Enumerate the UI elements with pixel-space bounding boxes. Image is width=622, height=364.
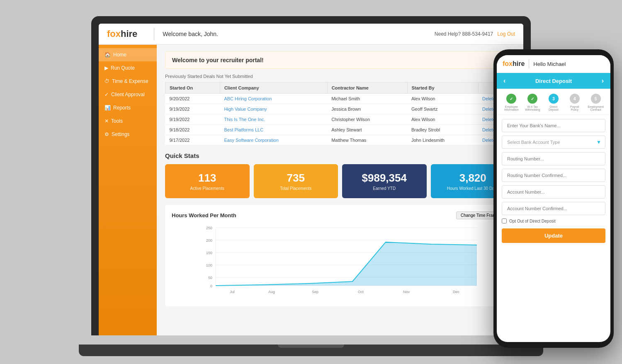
svg-text:Sep: Sep: [312, 290, 318, 294]
step-3: 3 Direct Deposit: [545, 94, 562, 111]
app-body: 🏠 Home ▶ Run Quote ⏱ Time & Expense ✓: [99, 45, 523, 335]
cell-date: 9/18/2022: [165, 125, 220, 135]
svg-text:Nov: Nov: [403, 290, 410, 294]
sidebar-item-client-approval[interactable]: ✓ Client Approval: [99, 88, 157, 101]
sidebar-item-settings[interactable]: ⚙ Settings: [99, 128, 157, 141]
svg-text:250: 250: [206, 226, 212, 230]
cell-started-by: John Lindesmith: [407, 135, 478, 146]
step-label-5: Employment Contract: [588, 105, 604, 111]
company-link[interactable]: Easy Software Corporation: [224, 138, 278, 143]
laptop-base: [79, 345, 543, 356]
step-1: ✓ Employee Information: [503, 94, 520, 111]
cell-company: Easy Software Corporation: [220, 135, 327, 146]
account-input[interactable]: [502, 185, 605, 199]
home-icon: 🏠: [104, 52, 111, 58]
step-label-4: Payroll Policy: [566, 105, 583, 111]
step-circle-3: 3: [549, 94, 559, 104]
opt-out-checkbox[interactable]: [502, 218, 507, 223]
phone-nav-prev[interactable]: ‹: [503, 77, 505, 85]
reports-icon: 📊: [104, 105, 111, 111]
laptop-device: foxhire Welcome back, John. Need Help? 8…: [91, 16, 531, 356]
company-link[interactable]: This Is The One Inc.: [224, 117, 265, 122]
sidebar-label-reports: Reports: [113, 105, 131, 111]
header-divider: [154, 28, 154, 40]
select-arrow-icon: ▼: [596, 139, 601, 145]
col-client-company: Client Company: [220, 83, 327, 94]
header-right: Need Help? 888-534-9417 Log Out: [435, 31, 515, 37]
cell-date: 9/17/2022: [165, 135, 220, 146]
company-link[interactable]: Best Platforms LLC: [224, 127, 263, 132]
company-link[interactable]: ABC Hiring Corporation: [224, 96, 272, 101]
deals-table: Started On Client Company Contractor Nam…: [165, 82, 515, 146]
step-label-1: Employee Information: [503, 105, 520, 111]
step-circle-2: ✓: [527, 94, 537, 104]
cell-started-by: Bradley Strobl: [407, 125, 478, 135]
svg-text:150: 150: [206, 251, 212, 255]
main-content: Welcome to your recruiter portal! Previo…: [157, 45, 523, 335]
account-type-wrapper: Select Bank Account Type Checking Saving…: [502, 136, 605, 149]
cell-started-by: Alex Wilson: [407, 114, 478, 125]
routing-input[interactable]: [502, 152, 605, 165]
sidebar-label-home: Home: [113, 52, 126, 58]
sidebar-item-run-quote[interactable]: ▶ Run Quote: [99, 61, 157, 75]
company-link[interactable]: High Value Company: [224, 107, 267, 112]
account-confirm-input[interactable]: [502, 202, 605, 215]
stat-card-total: 735 Total Placements: [254, 164, 338, 198]
app-header: foxhire Welcome back, John. Need Help? 8…: [99, 24, 523, 45]
stat-card-active: 113 Active Placements: [165, 164, 250, 198]
cell-contractor: Ashley Stewart: [327, 125, 407, 135]
chart-area: 250 200 150 100 50 0: [172, 223, 508, 300]
phone-logo-hire: hire: [513, 60, 525, 68]
step-circle-5: 5: [591, 94, 601, 104]
sidebar-item-tools[interactable]: ✕ Tools: [99, 114, 157, 128]
time-expense-icon: ⏱: [104, 78, 109, 84]
col-started-on: Started On: [165, 83, 220, 94]
client-approval-icon: ✓: [104, 92, 109, 97]
update-button[interactable]: Update: [502, 228, 605, 243]
laptop-screen: foxhire Welcome back, John. Need Help? 8…: [99, 24, 523, 335]
opt-out-row: Opt Out of Direct Deposit: [502, 218, 605, 223]
sidebar-item-reports[interactable]: 📊 Reports: [99, 101, 157, 114]
stats-row: 113 Active Placements 735 Total Placemen…: [165, 164, 515, 198]
help-text: Need Help? 888-534-9417: [435, 31, 493, 37]
phone-nav-title: Direct Deposit: [535, 78, 572, 84]
sidebar-item-time-expense[interactable]: ⏱ Time & Expense: [99, 75, 157, 88]
svg-text:Aug: Aug: [268, 290, 275, 294]
opt-out-label: Opt Out of Direct Deposit: [509, 219, 556, 223]
stat-value-active: 113: [171, 172, 244, 184]
sidebar-item-home[interactable]: 🏠 Home: [99, 48, 157, 61]
cell-date: 9/19/2022: [165, 114, 220, 125]
sidebar-label-run-quote: Run Quote: [111, 65, 135, 71]
phone-logo-fox: fox: [503, 60, 513, 68]
stat-label-earned: Earned YTD: [348, 186, 421, 191]
cell-company: ABC Hiring Corporation: [220, 94, 327, 104]
phone-header: foxhire Hello Michael: [497, 55, 610, 73]
routing-confirm-input[interactable]: [502, 169, 605, 182]
phone-hello: Hello Michael: [533, 61, 566, 67]
cell-company: High Value Company: [220, 104, 327, 114]
account-type-select[interactable]: Select Bank Account Type Checking Saving…: [502, 136, 605, 149]
cell-contractor: Jessica Brown: [327, 104, 407, 114]
welcome-banner: Welcome to your recruiter portal!: [165, 51, 515, 69]
step-label-3: Direct Deposit: [545, 105, 562, 111]
svg-text:200: 200: [206, 238, 212, 243]
phone-nav-next[interactable]: ›: [602, 77, 604, 85]
chart-title-text: Hours Worked Per Month: [172, 212, 236, 218]
col-started-by: Started By: [407, 83, 478, 94]
sidebar-label-time-expense: Time & Expense: [112, 78, 148, 84]
table-row: 9/17/2022 Easy Software Corporation Matt…: [165, 135, 515, 146]
sidebar-label-client-approval: Client Approval: [111, 92, 145, 97]
bank-name-input[interactable]: [502, 119, 605, 132]
table-row: 9/18/2022 Best Platforms LLC Ashley Stew…: [165, 125, 515, 135]
laptop-body: foxhire Welcome back, John. Need Help? 8…: [91, 16, 531, 335]
step-circle-4: 4: [570, 94, 580, 104]
logo: foxhire: [107, 29, 137, 39]
phone-steps: ✓ Employee Information ✓ W-4 Tax Withhol…: [497, 89, 610, 115]
cell-contractor: Christopher Wilson: [327, 114, 407, 125]
step-4: 4 Payroll Policy: [566, 94, 583, 111]
chart-title-row: Hours Worked Per Month Change Time Frame: [172, 211, 508, 219]
svg-text:50: 50: [208, 276, 212, 280]
step-label-2: W-4 Tax Withholding: [524, 105, 541, 111]
step-5: 5 Employment Contract: [588, 94, 604, 111]
logout-link[interactable]: Log Out: [497, 31, 515, 37]
